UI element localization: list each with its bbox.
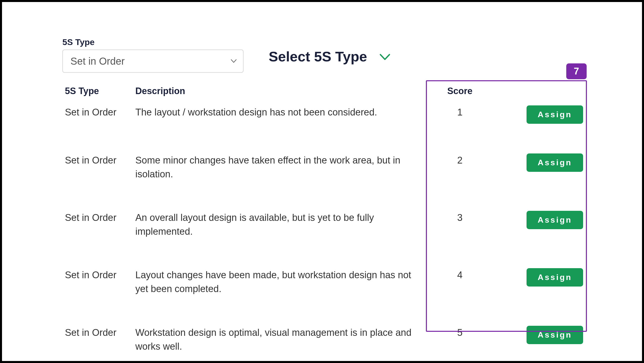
cell-description: Some minor changes have taken effect in … bbox=[135, 149, 422, 206]
cell-score: 1 bbox=[422, 101, 488, 149]
page-title: Select 5S Type bbox=[269, 48, 367, 65]
step-badge: 7 bbox=[566, 63, 587, 79]
table-row: Set in Order Some minor changes have tak… bbox=[62, 149, 587, 206]
cell-action: Assign bbox=[488, 149, 587, 206]
col-header-score: Score bbox=[422, 83, 488, 101]
cell-type: Set in Order bbox=[62, 321, 135, 363]
cell-score: 4 bbox=[422, 264, 488, 321]
score-table: 5S Type Description Score Set in Order T… bbox=[62, 83, 587, 363]
filter-block: 5S Type Set in Order bbox=[62, 37, 244, 73]
table-row: Set in Order Workstation design is optim… bbox=[62, 321, 587, 363]
filter-label: 5S Type bbox=[62, 37, 244, 47]
table-row: Set in Order The layout / workstation de… bbox=[62, 101, 587, 149]
cell-type: Set in Order bbox=[62, 101, 135, 149]
top-row: 5S Type Set in Order Select 5S Type bbox=[62, 37, 587, 73]
table-header-row: 5S Type Description Score bbox=[62, 83, 587, 101]
col-header-type: 5S Type bbox=[62, 83, 135, 101]
type-select-value: Set in Order bbox=[70, 56, 125, 67]
cell-action: Assign bbox=[488, 264, 587, 321]
cell-description: An overall layout design is available, b… bbox=[135, 206, 422, 264]
cell-description: The layout / workstation design has not … bbox=[135, 101, 422, 149]
table-row: Set in Order Layout changes have been ma… bbox=[62, 264, 587, 321]
expand-chevron-icon[interactable] bbox=[380, 50, 390, 63]
cell-score: 3 bbox=[422, 206, 488, 264]
table-row: Set in Order An overall layout design is… bbox=[62, 206, 587, 264]
type-select[interactable]: Set in Order bbox=[62, 50, 244, 73]
cell-action: Assign bbox=[488, 101, 587, 149]
cell-score: 5 bbox=[422, 321, 488, 363]
assign-button[interactable]: Assign bbox=[527, 211, 583, 229]
col-header-description: Description bbox=[135, 83, 422, 101]
assign-button[interactable]: Assign bbox=[527, 153, 583, 172]
page-frame: 7 5S Type Set in Order Select 5S Type bbox=[0, 0, 644, 363]
col-header-action bbox=[488, 83, 587, 101]
table-wrap: 5S Type Description Score Set in Order T… bbox=[62, 83, 587, 363]
assign-button[interactable]: Assign bbox=[527, 326, 583, 344]
cell-type: Set in Order bbox=[62, 264, 135, 321]
assign-button[interactable]: Assign bbox=[527, 105, 583, 124]
cell-type: Set in Order bbox=[62, 206, 135, 264]
assign-button[interactable]: Assign bbox=[527, 268, 583, 287]
cell-action: Assign bbox=[488, 321, 587, 363]
title-block: Select 5S Type bbox=[269, 37, 390, 65]
cell-description: Layout changes have been made, but works… bbox=[135, 264, 422, 321]
type-select-wrap: Set in Order bbox=[62, 50, 244, 73]
cell-description: Workstation design is optimal, visual ma… bbox=[135, 321, 422, 363]
cell-type: Set in Order bbox=[62, 149, 135, 206]
cell-score: 2 bbox=[422, 149, 488, 206]
cell-action: Assign bbox=[488, 206, 587, 264]
